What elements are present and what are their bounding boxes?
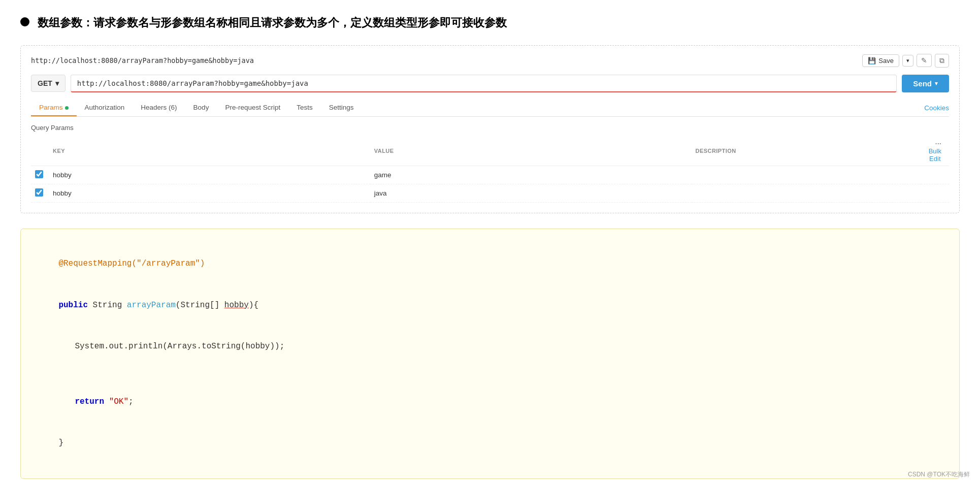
row-desc-0 [692, 166, 921, 184]
code-line-5: } [39, 423, 941, 464]
edit-button[interactable]: ✎ [917, 54, 932, 67]
save-icon: 💾 [868, 57, 876, 64]
tab-body[interactable]: Body [185, 100, 217, 116]
save-caret-button[interactable]: ▾ [902, 55, 913, 67]
code-line-blank [39, 367, 941, 381]
method-caret-icon: ▾ [55, 79, 59, 87]
bulk-edit-button[interactable]: Bulk Edit [925, 147, 945, 163]
send-button[interactable]: Send ▾ [902, 75, 949, 92]
url-input[interactable] [71, 75, 897, 92]
tabs-row: Params Authorization Headers (6) Body Pr… [31, 100, 949, 117]
code-line-2: public String arrayParam(String[] hobby)… [39, 284, 941, 326]
save-button[interactable]: 💾 Save [862, 54, 899, 67]
top-actions: 💾 Save ▾ ✎ ⧉ [862, 54, 949, 68]
copy-button[interactable]: ⧉ [935, 54, 949, 68]
save-label: Save [878, 57, 894, 64]
col-actions: ··· Bulk Edit [921, 137, 949, 166]
row-checkbox-0[interactable] [35, 170, 43, 178]
col-check [31, 137, 49, 166]
cookies-link[interactable]: Cookies [924, 100, 949, 116]
query-params-label: Query Params [31, 124, 949, 132]
row-key-0: hobby [49, 166, 370, 184]
code-line-3: System.out.println(Arrays.toString(hobby… [39, 326, 941, 368]
row-key-1: hobby [49, 184, 370, 202]
col-description: DESCRIPTION [692, 137, 921, 166]
tab-settings[interactable]: Settings [321, 100, 362, 116]
send-label: Send [913, 79, 932, 88]
more-icon: ··· [935, 140, 941, 147]
tab-prerequest[interactable]: Pre-request Script [217, 100, 288, 116]
code-line-1: @RequestMapping("/arrayParam") [39, 243, 941, 285]
method-selector[interactable]: GET ▾ [31, 75, 66, 92]
code-line-4: return "OK"; [39, 381, 941, 423]
row-checkbox-cell [31, 184, 49, 202]
col-key: KEY [49, 137, 370, 166]
bullet-dot [20, 17, 29, 26]
row-value-1: java [370, 184, 692, 202]
row-checkbox-1[interactable] [35, 188, 43, 197]
row-value-0: game [370, 166, 692, 184]
tab-tests[interactable]: Tests [288, 100, 321, 116]
table-row: hobby java [31, 184, 949, 202]
params-dot [65, 106, 69, 110]
method-label: GET [38, 79, 52, 87]
table-row: hobby game [31, 166, 949, 184]
row-actions-0 [921, 166, 949, 184]
watermark: CSDN @TOK不吃海鲜 [908, 470, 970, 479]
row-checkbox-cell [31, 166, 49, 184]
code-panel: @RequestMapping("/arrayParam") public St… [20, 229, 960, 479]
bullet-section: 数组参数：请求参数名与形参数组名称相同且请求参数为多个，定义数组类型形参即可接收… [20, 15, 960, 31]
col-value: VALUE [370, 137, 692, 166]
send-caret-icon: ▾ [935, 80, 938, 87]
edit-icon: ✎ [921, 56, 927, 64]
request-row: GET ▾ Send ▾ [31, 75, 949, 92]
url-bar-top: http://localhost:8080/arrayParam?hobby=g… [31, 54, 949, 68]
params-table: KEY VALUE DESCRIPTION ··· Bulk Edit hobb… [31, 137, 949, 203]
tab-headers[interactable]: Headers (6) [133, 100, 185, 116]
url-display: http://localhost:8080/arrayParam?hobby=g… [31, 56, 254, 64]
row-desc-1 [692, 184, 921, 202]
row-actions-1 [921, 184, 949, 202]
postman-panel: http://localhost:8080/arrayParam?hobby=g… [20, 45, 960, 213]
bullet-text: 数组参数：请求参数名与形参数组名称相同且请求参数为多个，定义数组类型形参即可接收… [38, 15, 507, 31]
caret-down-icon: ▾ [906, 57, 909, 63]
tab-authorization[interactable]: Authorization [77, 100, 133, 116]
copy-icon: ⧉ [939, 56, 944, 64]
tab-params[interactable]: Params [31, 100, 77, 116]
